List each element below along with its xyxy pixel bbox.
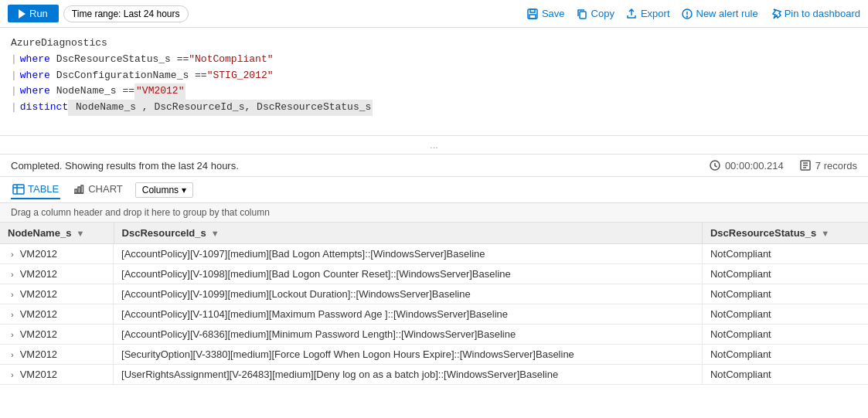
query-line-2: | where DscResourceStatus_s == "NotCompl… <box>11 52 857 68</box>
query-line-4: | where NodeName_s == "VM2012" <box>11 83 857 100</box>
expand-row-button[interactable]: › <box>8 270 17 279</box>
cell-node: ›VM2012 <box>0 304 114 324</box>
clock-icon <box>709 159 721 172</box>
filter-icon-resource[interactable]: ▼ <box>211 229 220 238</box>
cell-resource: [AccountPolicy][V-6836][medium][Minimum … <box>114 325 702 345</box>
cell-resource: [AccountPolicy][V-1104][medium][Maximum … <box>114 304 702 325</box>
col-header-node[interactable]: NodeName_s ▼ <box>0 223 114 244</box>
svg-rect-3 <box>580 12 586 19</box>
query-editor[interactable]: AzureDiagnostics | where DscResourceStat… <box>0 28 868 136</box>
status-bar: Completed. Showing results from the last… <box>0 155 868 177</box>
export-icon <box>625 8 638 20</box>
cell-status: NotCompliant <box>702 304 868 325</box>
view-tabs: TABLE CHART Columns ▾ <box>0 177 868 203</box>
pin-label: Pin to dashboard <box>785 8 860 19</box>
new-alert-label: New alert rule <box>696 8 758 19</box>
records-value: 7 records <box>815 160 857 172</box>
query-table: AzureDiagnostics <box>11 36 107 52</box>
svg-rect-2 <box>529 15 536 19</box>
query-line-1: AzureDiagnostics <box>11 36 857 52</box>
play-icon <box>19 9 26 19</box>
svg-rect-1 <box>530 9 535 12</box>
cell-node: ›VM2012 <box>0 365 114 384</box>
status-text: Completed. Showing results from the last… <box>11 160 709 172</box>
run-label: Run <box>29 8 48 19</box>
pin-button[interactable]: Pin to dashboard <box>769 8 860 20</box>
copy-icon <box>576 8 588 20</box>
tab-table-label: TABLE <box>28 183 59 195</box>
table-row: ›VM2012[SecurityOption][V-3380][medium][… <box>0 345 868 365</box>
table-row: ›VM2012[AccountPolicy][V-6836][medium][M… <box>0 325 868 345</box>
duration-stat: 00:00:00.214 <box>709 159 784 172</box>
time-range-label: Time range: Last 24 hours <box>72 8 180 19</box>
run-button[interactable]: Run <box>8 5 59 22</box>
cell-node: ›VM2012 <box>0 345 114 364</box>
chevron-down-icon: ▾ <box>182 185 186 195</box>
duration-value: 00:00:00.214 <box>725 160 784 172</box>
copy-button[interactable]: Copy <box>576 8 614 20</box>
expand-row-button[interactable]: › <box>8 330 17 339</box>
table-row: ›VM2012[AccountPolicy][V-1104][medium][M… <box>0 304 868 325</box>
columns-button[interactable]: Columns ▾ <box>135 182 193 198</box>
tab-chart-label: CHART <box>88 183 123 195</box>
time-range-button[interactable]: Time range: Last 24 hours <box>63 5 189 22</box>
save-button[interactable]: Save <box>526 8 565 20</box>
svg-rect-12 <box>13 185 24 194</box>
expand-row-button[interactable]: › <box>8 350 17 359</box>
toolbar: Run Time range: Last 24 hours Save Copy <box>0 0 868 28</box>
cell-status: NotCompliant <box>702 365 868 385</box>
columns-label: Columns <box>142 185 179 195</box>
expand-row-button[interactable]: › <box>8 370 17 379</box>
cell-resource: [SecurityOption][V-3380][medium][Force L… <box>114 345 702 365</box>
svg-rect-18 <box>81 185 83 193</box>
query-line-5: | distinct NodeName_s , DscResourceId_s,… <box>11 100 857 116</box>
tab-table[interactable]: TABLE <box>11 180 60 199</box>
query-line-3: | where DscConfigurationName_s == "STIG_… <box>11 68 857 84</box>
save-label: Save <box>542 8 565 19</box>
cell-node: ›VM2012 <box>0 325 114 344</box>
svg-rect-16 <box>75 189 77 193</box>
table-row: ›VM2012[AccountPolicy][V-1098][medium][B… <box>0 264 868 284</box>
drag-hint: Drag a column header and drop it here to… <box>0 203 868 223</box>
col-header-status[interactable]: DscResourceStatus_s ▼ <box>702 223 868 244</box>
table-row: ›VM2012[UserRightsAssignment][V-26483][m… <box>0 365 868 385</box>
chart-icon <box>73 184 85 195</box>
expand-row-button[interactable]: › <box>8 310 17 319</box>
cell-resource: [AccountPolicy][V-1099][medium][Lockout … <box>114 284 702 304</box>
table-body: ›VM2012[AccountPolicy][V-1097][medium][B… <box>0 244 868 385</box>
export-label: Export <box>641 8 670 19</box>
filter-icon-status[interactable]: ▼ <box>821 229 829 238</box>
cell-status: NotCompliant <box>702 345 868 365</box>
expand-row-button[interactable]: › <box>8 250 17 259</box>
table-row: ›VM2012[AccountPolicy][V-1097][medium][B… <box>0 244 868 264</box>
export-button[interactable]: Export <box>625 8 670 20</box>
tab-chart[interactable]: CHART <box>71 180 124 199</box>
alert-icon <box>681 8 693 20</box>
table-icon <box>12 184 25 195</box>
cell-resource: [AccountPolicy][V-1097][medium][Bad Logo… <box>114 244 702 264</box>
pin-icon <box>769 8 781 20</box>
results-table-container[interactable]: NodeName_s ▼ DscResourceId_s ▼ DscResour… <box>0 223 868 385</box>
svg-point-6 <box>686 16 687 17</box>
cell-node: ›VM2012 <box>0 244 114 263</box>
records-stat: 7 records <box>799 159 857 172</box>
table-header-row: NodeName_s ▼ DscResourceId_s ▼ DscResour… <box>0 223 868 244</box>
ellipsis-separator: ... <box>0 136 868 155</box>
records-icon <box>799 159 812 172</box>
col-header-resource[interactable]: DscResourceId_s ▼ <box>114 223 702 244</box>
cell-status: NotCompliant <box>702 325 868 345</box>
toolbar-actions: Save Copy Export New alert rule <box>526 8 860 20</box>
cell-status: NotCompliant <box>702 264 868 284</box>
expand-row-button[interactable]: › <box>8 290 17 299</box>
save-icon <box>526 8 539 20</box>
cell-resource: [UserRightsAssignment][V-26483][medium][… <box>114 365 702 385</box>
new-alert-button[interactable]: New alert rule <box>681 8 758 20</box>
cell-status: NotCompliant <box>702 244 868 264</box>
results-table: NodeName_s ▼ DscResourceId_s ▼ DscResour… <box>0 223 868 385</box>
svg-rect-17 <box>78 187 80 193</box>
table-row: ›VM2012[AccountPolicy][V-1099][medium][L… <box>0 284 868 304</box>
cell-resource: [AccountPolicy][V-1098][medium][Bad Logo… <box>114 264 702 284</box>
cell-status: NotCompliant <box>702 284 868 304</box>
filter-icon-node[interactable]: ▼ <box>76 229 84 238</box>
cell-node: ›VM2012 <box>0 264 114 284</box>
